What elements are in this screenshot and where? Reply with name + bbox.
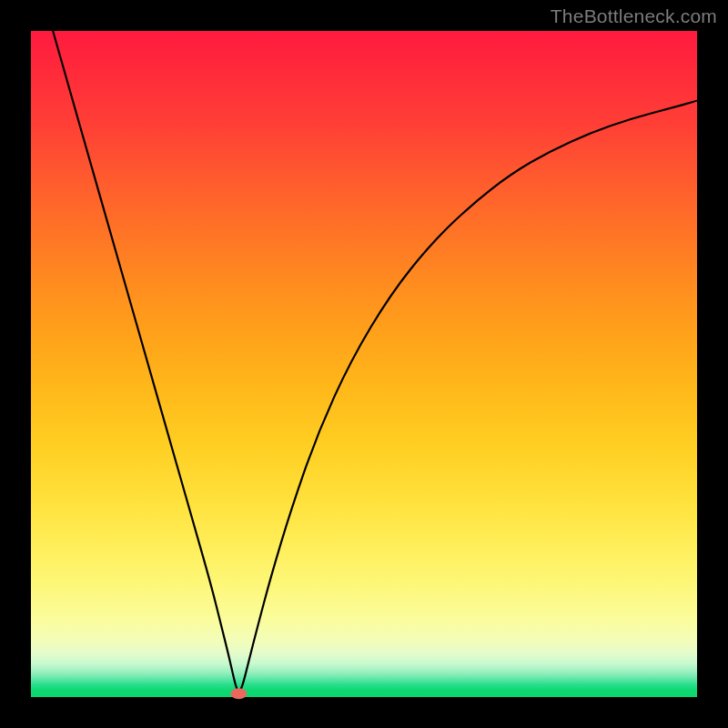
- bottleneck-curve: [53, 31, 697, 692]
- optimal-point-marker: [230, 688, 247, 699]
- chart-frame: TheBottleneck.com: [0, 0, 728, 728]
- plot-area: [31, 31, 697, 697]
- chart-svg: [31, 31, 697, 697]
- watermark-text: TheBottleneck.com: [551, 5, 717, 27]
